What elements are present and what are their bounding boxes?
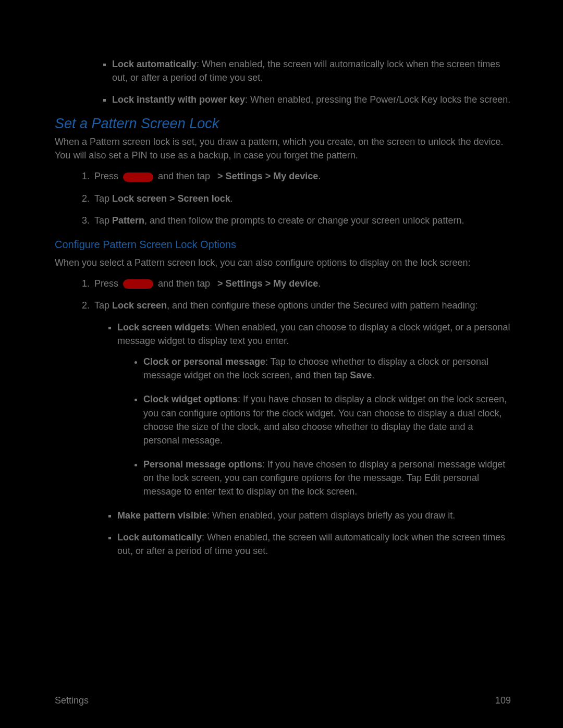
list-item: Lock automatically: When enabled, the sc… (112, 57, 511, 84)
subsection-heading-configure: Configure Pattern Screen Lock Options (55, 239, 511, 251)
footer-section: Settings (55, 695, 89, 706)
bold-text: Save (350, 370, 372, 380)
top-bullet-list: Lock automatically: When enabled, the sc… (55, 57, 511, 106)
list-item: Lock instantly with power key: When enab… (112, 93, 511, 106)
desc: : When enabled, your pattern displays br… (207, 510, 455, 521)
document-page: Lock automatically: When enabled, the sc… (0, 0, 563, 728)
text: Tap (94, 215, 112, 226)
step-item: Press and then tap > Settings > My devic… (92, 277, 511, 290)
step-item: Tap Lock screen, and then configure thes… (92, 299, 511, 558)
steps-list-1: Press and then tap > Settings > My devic… (55, 169, 511, 227)
text: Press (94, 278, 121, 289)
term: Lock automatically (112, 59, 197, 69)
text: Tap (94, 300, 112, 311)
term: Make pattern visible (117, 510, 207, 521)
term: Clock widget options (143, 394, 238, 404)
sub-options-list: Clock or personal message: Tap to choose… (117, 355, 511, 498)
text: , and then follow the prompts to create … (144, 215, 464, 226)
step-item: Press and then tap > Settings > My devic… (92, 169, 511, 183)
text: . (372, 370, 374, 380)
text: Tap (94, 193, 112, 204)
text: . (230, 193, 233, 204)
bold-text: Lock screen > Screen lock (112, 193, 230, 204)
bold-text: > Settings > My device (215, 278, 318, 289)
home-key-icon (123, 279, 153, 289)
bold-text: > Settings > My device (215, 171, 318, 181)
steps-list-2: Press and then tap > Settings > My devic… (55, 277, 511, 558)
list-item: Clock or personal message: Tap to choose… (143, 355, 511, 382)
subsection-intro: When you select a Pattern screen lock, y… (55, 256, 511, 269)
options-list: Lock screen widgets: When enabled, you c… (94, 320, 511, 558)
footer-page-number: 109 (495, 695, 511, 706)
section-intro: When a Pattern screen lock is set, you d… (55, 135, 511, 162)
text: , and then configure these options under… (167, 300, 478, 311)
text: . (318, 171, 321, 181)
bold-text: Pattern (112, 215, 144, 226)
list-item: Make pattern visible: When enabled, your… (117, 509, 511, 522)
term: Lock screen widgets (117, 322, 210, 332)
list-item: Clock widget options: If you have chosen… (143, 392, 511, 447)
term: Lock instantly with power key (112, 94, 245, 105)
desc: : When enabled, pressing the Power/Lock … (245, 94, 510, 105)
list-item: Lock automatically: When enabled, the sc… (117, 530, 511, 558)
list-item: Personal message options: If you have ch… (143, 458, 511, 498)
bold-text: Lock screen (112, 300, 167, 311)
section-heading-pattern: Set a Pattern Screen Lock (55, 116, 511, 132)
list-item: Lock screen widgets: When enabled, you c… (117, 320, 511, 498)
step-item: Tap Pattern, and then follow the prompts… (92, 214, 511, 227)
text: . (318, 278, 321, 289)
text: and then tap (155, 278, 213, 289)
page-footer: Settings 109 (55, 695, 511, 706)
text: and then tap (155, 171, 213, 181)
term: Personal message options (143, 459, 262, 470)
term: Lock automatically (117, 532, 202, 542)
term: Clock or personal message (143, 356, 265, 367)
home-key-icon (123, 172, 153, 182)
text: Press (94, 171, 121, 181)
step-item: Tap Lock screen > Screen lock. (92, 192, 511, 205)
